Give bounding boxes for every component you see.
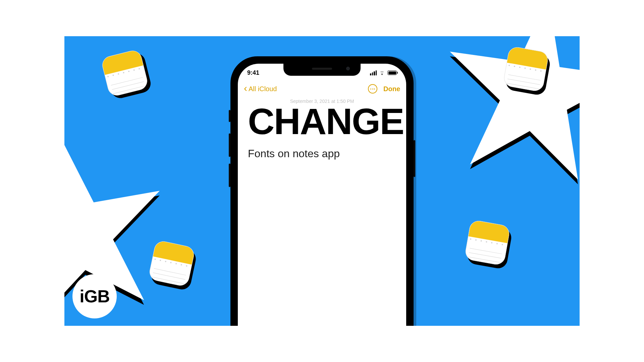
star-decoration — [430, 36, 580, 192]
iphone-frame: 9:41 ‹ All iCloud Done — [230, 56, 414, 326]
note-subtitle[interactable]: Fonts on notes app — [248, 147, 396, 160]
notes-app-icon — [502, 46, 549, 92]
done-button[interactable]: Done — [383, 85, 400, 93]
status-time: 9:41 — [247, 69, 259, 76]
chevron-left-icon: ‹ — [244, 83, 247, 93]
battery-icon — [387, 70, 397, 75]
mute-switch — [229, 110, 230, 122]
notes-app-icon — [100, 49, 149, 97]
watermark-badge: iGB — [72, 274, 117, 318]
back-label: All iCloud — [249, 85, 277, 93]
watermark-text: iGB — [79, 286, 109, 306]
cellular-signal-icon — [370, 70, 377, 75]
volume-down-button — [229, 164, 230, 187]
hero-canvas: iGB 9:41 — [64, 36, 580, 326]
navigation-bar: ‹ All iCloud Done — [238, 80, 406, 97]
notes-app-icon — [148, 240, 196, 287]
wifi-icon — [379, 70, 385, 75]
notes-app-icon — [464, 219, 511, 266]
more-options-button[interactable] — [368, 84, 377, 94]
notch — [283, 64, 361, 76]
back-button[interactable]: ‹ All iCloud — [244, 84, 277, 93]
front-camera — [346, 67, 350, 70]
volume-up-button — [229, 133, 230, 157]
speaker-grille — [312, 68, 332, 70]
phone-screen: 9:41 ‹ All iCloud Done — [238, 64, 406, 326]
note-title[interactable]: CHANGE — [248, 104, 396, 139]
power-button — [414, 140, 415, 177]
